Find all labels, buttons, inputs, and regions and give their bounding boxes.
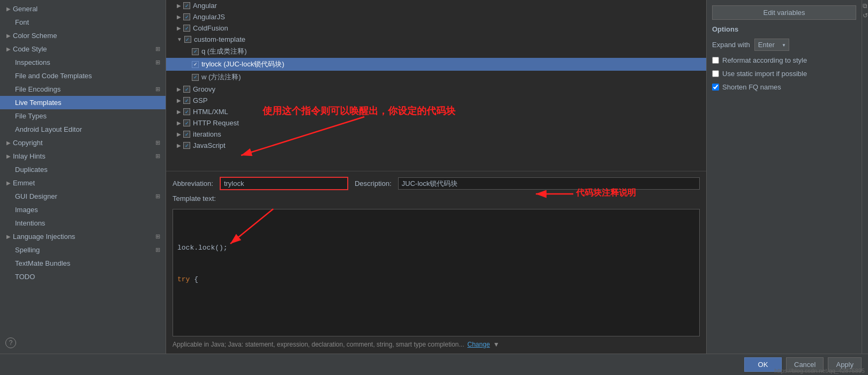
copy-icon[interactable]: ⧉	[863, 2, 867, 10]
sidebar-item-gui-designer[interactable]: GUI Designer ⊞	[0, 190, 166, 203]
tree-item-iterations[interactable]: ▶ ✓ iterations	[166, 129, 706, 140]
tree-item-gsp[interactable]: ▶ ✓ GSP	[166, 95, 706, 106]
sidebar-item-images[interactable]: Images	[0, 203, 166, 216]
sidebar-item-spelling[interactable]: Spelling ⊞	[0, 243, 166, 257]
checkbox-groovy[interactable]: ✓	[183, 86, 190, 93]
sidebar-item-colorscheme[interactable]: ▶ Color Scheme	[0, 29, 166, 42]
checkbox-trylock[interactable]: ✓	[192, 61, 199, 68]
tree-item-angularjs[interactable]: ▶ ✓ AngularJS	[166, 11, 706, 22]
collapse-icon: ▶	[177, 120, 181, 126]
static-import-label: Use static import if possible	[722, 70, 807, 78]
reformat-label: Reformat according to style	[722, 56, 807, 64]
template-text-box[interactable]: lock.lock(); try { } catch (Exception e)…	[173, 209, 700, 336]
static-import-checkbox[interactable]	[712, 70, 719, 77]
sidebar-item-todo[interactable]: TODO	[0, 270, 166, 283]
sidebar-item-inspections[interactable]: Inspections ⊞	[0, 56, 166, 69]
description-input[interactable]	[398, 177, 700, 190]
expand-select-wrapper: Enter Tab Space	[754, 39, 789, 51]
collapse-icon: ▶	[177, 98, 181, 103]
checkbox-javascript[interactable]: ✓	[183, 142, 190, 149]
change-link[interactable]: Change	[467, 341, 490, 348]
sidebar-item-font[interactable]: Font	[0, 16, 166, 29]
sidebar-item-emmet[interactable]: ▶ Emmet	[0, 176, 166, 190]
tree-item-label: iterations	[193, 130, 221, 138]
static-import-checkbox-row: Use static import if possible	[712, 70, 856, 78]
sidebar-item-label: Font	[15, 18, 29, 26]
tree-item-q[interactable]: ▶ ✓ q (生成类注释)	[166, 45, 706, 58]
expand-arrow: ▶	[6, 140, 11, 146]
sidebar-item-label: General	[13, 5, 38, 13]
description-label: Description:	[355, 179, 392, 188]
checkbox-iterations[interactable]: ✓	[183, 131, 190, 138]
sidebar-item-intentions[interactable]: Intentions	[0, 216, 166, 230]
tree-item-coldfusion[interactable]: ▶ ✓ ColdFusion	[166, 22, 706, 34]
sidebar-item-label: File Types	[15, 112, 47, 120]
settings-icon: ⊞	[155, 139, 160, 146]
collapse-icon: ▶	[177, 25, 181, 31]
sidebar-item-label: TextMate Bundles	[15, 259, 70, 267]
sidebar-item-file-types[interactable]: File Types	[0, 109, 166, 123]
sidebar-item-label: Language Injections	[13, 232, 75, 241]
tree-item-label: custom-template	[194, 35, 245, 43]
sidebar-item-label: Images	[15, 206, 38, 214]
tree-item-label: ColdFusion	[193, 24, 228, 32]
checkbox-q[interactable]: ✓	[192, 48, 199, 55]
tree-item-html-xml[interactable]: ▶ ✓ HTML/XML	[166, 106, 706, 117]
sidebar-item-copyright[interactable]: ▶ Copyright ⊞	[0, 136, 166, 149]
abbreviation-row: Abbreviation: Description:	[173, 177, 700, 190]
sidebar-item-codestyle[interactable]: ▶ Code Style ⊞	[0, 42, 166, 56]
checkbox-coldfusion[interactable]: ✓	[183, 25, 190, 32]
sidebar-item-general[interactable]: ▶ General	[0, 2, 166, 16]
sidebar-item-android-layout[interactable]: Android Layout Editor	[0, 123, 166, 136]
sidebar-item-file-code-templates[interactable]: File and Code Templates	[0, 69, 166, 82]
sidebar-item-label: Intentions	[15, 219, 45, 227]
checkbox-w[interactable]: ✓	[192, 74, 199, 81]
checkbox-http-request[interactable]: ✓	[183, 119, 190, 126]
sidebar-item-label: Duplicates	[15, 166, 48, 174]
sidebar-item-label: Inspections	[15, 58, 50, 66]
tree-item-trylock[interactable]: ▶ ✓ trylock (JUC-lock锁代码块)	[166, 58, 706, 71]
checkbox-gsp[interactable]: ✓	[183, 97, 190, 104]
sidebar-item-label: Live Templates	[15, 99, 61, 107]
tree-item-javascript[interactable]: ▶ ✓ JavaScript	[166, 140, 706, 151]
sidebar-item-duplicates[interactable]: Duplicates	[0, 163, 166, 176]
settings-icon: ⊞	[155, 86, 160, 93]
sidebar-item-textmate[interactable]: TextMate Bundles	[0, 257, 166, 270]
settings-icon: ⊞	[155, 153, 160, 160]
checkbox-angularjs[interactable]: ✓	[183, 13, 190, 20]
tree-item-http-request[interactable]: ▶ ✓ HTTP Request	[166, 117, 706, 129]
expand-arrow: ▶	[6, 153, 11, 159]
reset-icon[interactable]: ↺	[863, 12, 868, 19]
expand-with-row: Expand with Enter Tab Space	[712, 39, 856, 51]
sidebar-item-live-templates[interactable]: Live Templates	[0, 96, 166, 109]
right-panel: Edit variables Options Expand with Enter…	[706, 0, 862, 354]
collapse-icon: ▶	[177, 142, 181, 148]
tree-item-custom-template[interactable]: ▼ ✓ custom-template	[166, 34, 706, 45]
template-form: Abbreviation: Description: Template text…	[166, 171, 706, 354]
shorten-fq-checkbox[interactable]	[712, 84, 719, 91]
tree-item-label: AngularJS	[193, 13, 225, 21]
sidebar-item-label: Copyright	[13, 139, 43, 147]
tree-item-label: q (生成类注释)	[201, 47, 247, 56]
tree-item-angular[interactable]: ▶ ✓ Angular	[166, 0, 706, 11]
tree-item-groovy[interactable]: ▶ ✓ Groovy	[166, 84, 706, 95]
edit-variables-button[interactable]: Edit variables	[712, 5, 856, 20]
options-label: Options	[712, 25, 856, 33]
sidebar-item-label: Color Scheme	[13, 32, 57, 40]
tree-item-label: GSP	[193, 96, 207, 104]
sidebar-item-file-encodings[interactable]: File Encodings ⊞	[0, 82, 166, 96]
abbreviation-input[interactable]	[220, 177, 348, 190]
sidebar-item-language-injections[interactable]: ▶ Language Injections ⊞	[0, 230, 166, 243]
bottom-bar: OK Cancel Apply https://blog.csdn.net/qq…	[0, 354, 868, 375]
expand-select[interactable]: Enter Tab Space	[754, 39, 789, 51]
checkbox-custom-template[interactable]: ✓	[184, 36, 191, 43]
tree-item-label: Angular	[193, 2, 217, 10]
sidebar-item-inlay-hints[interactable]: ▶ Inlay Hints ⊞	[0, 149, 166, 163]
tree-item-w[interactable]: ▶ ✓ w (方法注释)	[166, 71, 706, 84]
reformat-checkbox-row: Reformat according to style	[712, 56, 856, 64]
checkbox-angular[interactable]: ✓	[183, 2, 190, 9]
reformat-checkbox[interactable]	[712, 57, 719, 64]
help-button[interactable]: ?	[5, 338, 16, 348]
expand-arrow: ▶	[6, 6, 11, 12]
checkbox-html-xml[interactable]: ✓	[183, 108, 190, 115]
